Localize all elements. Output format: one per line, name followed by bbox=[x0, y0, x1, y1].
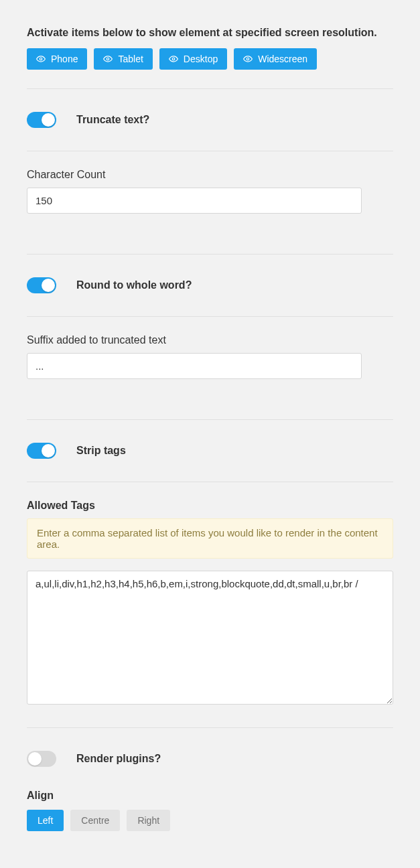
button-label: Phone bbox=[51, 54, 78, 64]
round-word-toggle-row: Round to whole word? bbox=[27, 255, 393, 316]
button-label: Widescreen bbox=[258, 54, 307, 64]
divider bbox=[27, 151, 393, 151]
svg-point-3 bbox=[247, 58, 249, 60]
strip-tags-toggle-label: Strip tags bbox=[76, 445, 126, 457]
svg-point-0 bbox=[40, 58, 42, 60]
truncate-toggle-label: Truncate text? bbox=[76, 114, 149, 126]
resolution-button-row: Phone Tablet Desktop Widescreen bbox=[27, 48, 393, 70]
eye-icon bbox=[243, 54, 253, 64]
align-options: Left Centre Right bbox=[27, 810, 393, 831]
allowed-tags-textarea[interactable] bbox=[27, 571, 393, 705]
align-label: Align bbox=[27, 790, 393, 802]
strip-tags-toggle[interactable] bbox=[27, 443, 56, 459]
phone-button[interactable]: Phone bbox=[27, 48, 87, 70]
align-left-button[interactable]: Left bbox=[27, 810, 64, 831]
render-plugins-toggle-label: Render plugins? bbox=[76, 753, 161, 765]
truncate-toggle[interactable] bbox=[27, 112, 56, 128]
render-plugins-toggle-row: Render plugins? bbox=[27, 728, 393, 790]
round-word-toggle[interactable] bbox=[27, 277, 56, 293]
character-count-input[interactable] bbox=[27, 188, 362, 214]
eye-icon bbox=[103, 54, 113, 64]
svg-point-2 bbox=[172, 58, 175, 60]
align-centre-button[interactable]: Centre bbox=[70, 810, 120, 831]
divider bbox=[27, 482, 393, 482]
button-label: Tablet bbox=[118, 54, 143, 64]
eye-icon bbox=[169, 54, 178, 64]
align-field: Align Left Centre Right bbox=[27, 790, 393, 831]
widescreen-button[interactable]: Widescreen bbox=[234, 48, 317, 70]
eye-icon bbox=[36, 54, 46, 64]
allowed-tags-field: Allowed Tags Enter a comma separated lis… bbox=[27, 500, 393, 707]
desktop-button[interactable]: Desktop bbox=[159, 48, 227, 70]
align-right-button[interactable]: Right bbox=[127, 810, 170, 831]
character-count-field: Character Count bbox=[27, 169, 393, 214]
truncate-toggle-row: Truncate text? bbox=[27, 89, 393, 151]
suffix-input[interactable] bbox=[27, 353, 362, 379]
character-count-label: Character Count bbox=[27, 169, 393, 181]
render-plugins-toggle[interactable] bbox=[27, 751, 56, 767]
round-word-toggle-label: Round to whole word? bbox=[76, 279, 192, 291]
suffix-label: Suffix added to truncated text bbox=[27, 334, 393, 346]
button-label: Desktop bbox=[184, 54, 218, 64]
divider bbox=[27, 316, 393, 317]
suffix-field: Suffix added to truncated text bbox=[27, 334, 393, 379]
instruction-heading: Activate items below to show element at … bbox=[27, 27, 393, 39]
allowed-tags-hint: Enter a comma separated list of items yo… bbox=[27, 518, 393, 559]
svg-point-1 bbox=[107, 58, 110, 60]
allowed-tags-label: Allowed Tags bbox=[27, 500, 393, 512]
strip-tags-toggle-row: Strip tags bbox=[27, 420, 393, 482]
tablet-button[interactable]: Tablet bbox=[94, 48, 152, 70]
